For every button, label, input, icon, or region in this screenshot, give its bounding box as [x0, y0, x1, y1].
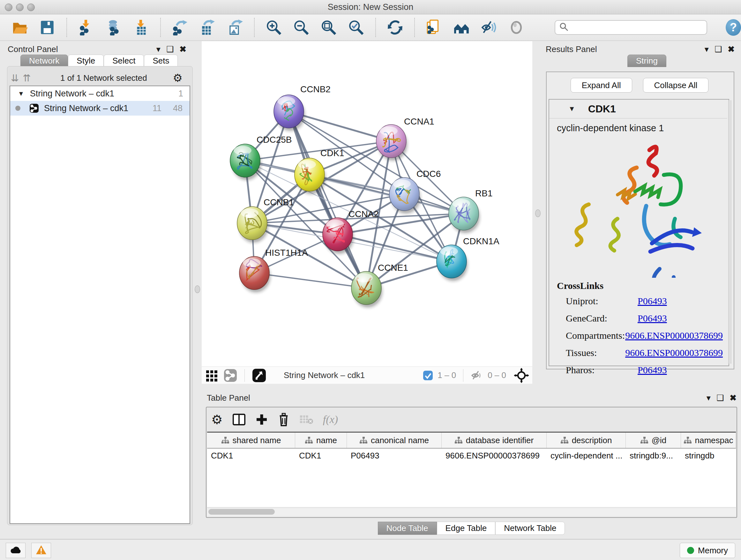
delete-column-icon[interactable] — [278, 413, 290, 426]
selected-checkbox-icon[interactable] — [423, 370, 433, 381]
table-cell[interactable]: CDK1 — [295, 449, 347, 462]
left-splitter-handle[interactable] — [195, 286, 200, 293]
expand-all-button[interactable]: Expand All — [570, 78, 632, 92]
network-node-HIST1H1A[interactable] — [239, 256, 270, 293]
table-options-icon[interactable]: ⚙ — [211, 412, 223, 427]
open-session-icon[interactable] — [11, 19, 28, 36]
network-node-CCNE1[interactable] — [351, 271, 382, 307]
network-node-CCNB1[interactable] — [237, 206, 268, 243]
control-panel-tab[interactable]: Select — [104, 55, 144, 67]
birds-eye-view-icon[interactable] — [252, 368, 266, 383]
search-input[interactable] — [571, 23, 706, 33]
network-node-CDC6[interactable] — [389, 178, 420, 213]
memory-button[interactable]: Memory — [680, 543, 735, 558]
table-tab[interactable]: Node Table — [378, 522, 437, 535]
table-tab[interactable]: Edge Table — [437, 522, 495, 535]
expand-all-networks-icon[interactable]: ⇈ — [23, 72, 30, 84]
search-box[interactable] — [555, 20, 707, 35]
results-scrollbar[interactable] — [728, 100, 732, 364]
crosslink-link[interactable]: P06493 — [637, 313, 667, 324]
entry-collapse-icon[interactable]: ▼ — [568, 105, 576, 113]
hidden-eye-slash-icon[interactable] — [470, 369, 483, 382]
column-header-name[interactable]: name — [295, 433, 347, 448]
home-icon[interactable] — [453, 19, 470, 36]
import-table-icon[interactable] — [133, 19, 149, 36]
crosslink-link[interactable]: P06493 — [637, 296, 667, 307]
cloud-status-button[interactable] — [6, 543, 25, 558]
export-image-icon[interactable] — [226, 19, 243, 36]
zoom-fit-icon[interactable] — [320, 19, 337, 36]
table-panel-menu-icon[interactable]: ▾ — [706, 394, 711, 402]
control-panel-menu-icon[interactable]: ▾ — [156, 45, 160, 53]
table-horizontal-scrollbar[interactable] — [207, 508, 736, 516]
table-cell[interactable]: stringdb:9... — [626, 449, 681, 462]
protein-structure-image — [557, 137, 717, 278]
network-node-CCNB2[interactable] — [274, 95, 305, 131]
export-table-icon[interactable] — [199, 19, 216, 36]
zoom-out-icon[interactable] — [293, 19, 310, 36]
help-icon[interactable]: ? — [726, 19, 741, 36]
table-cell[interactable]: cyclin-dependent ... — [547, 449, 626, 462]
results-panel-close-icon[interactable]: ✖ — [728, 45, 735, 53]
string-view-icon[interactable] — [223, 368, 238, 382]
zoom-in-icon[interactable] — [266, 19, 282, 36]
column-header--id[interactable]: @id — [626, 433, 681, 448]
hide-unhide-icon[interactable] — [481, 19, 497, 36]
copy-network-document-icon[interactable] — [426, 19, 442, 36]
zoom-selected-icon[interactable] — [348, 19, 364, 36]
collapse-all-networks-icon[interactable]: ⇊ — [11, 72, 19, 84]
network-node-CCNA2[interactable] — [323, 218, 354, 254]
control-panel-float-icon[interactable]: ❑ — [166, 45, 174, 53]
crosslink-link[interactable]: 9606.ENSP00000378699 — [625, 348, 723, 358]
create-column-icon[interactable] — [255, 413, 268, 426]
table-cell[interactable]: CDK1 — [207, 449, 295, 462]
save-session-icon[interactable] — [39, 19, 56, 36]
import-network-from-database-icon[interactable] — [105, 19, 122, 36]
crosslink-link[interactable]: 9606.ENSP00000378699 — [625, 330, 723, 341]
export-network-icon[interactable] — [172, 19, 188, 36]
table-panel-float-icon[interactable]: ❑ — [717, 394, 724, 402]
network-node-CDK1[interactable] — [294, 158, 326, 194]
network-node-CDC25B[interactable] — [230, 144, 261, 180]
crosslink-link[interactable]: P06493 — [637, 365, 667, 375]
results-panel-float-icon[interactable]: ❑ — [715, 45, 722, 53]
network-panel-options-icon[interactable]: ⚙ — [173, 71, 183, 84]
column-header-namespac[interactable]: namespac — [681, 433, 736, 448]
table-cell[interactable]: stringdb — [681, 449, 736, 462]
grid-view-icon[interactable] — [205, 368, 219, 382]
warnings-button[interactable] — [31, 543, 51, 558]
edge-CCNB2-CCNE1[interactable] — [289, 111, 366, 288]
network-node-CDKN1A[interactable] — [436, 245, 468, 281]
table-cell[interactable]: 9606.ENSP00000378699 — [442, 449, 547, 462]
tab-string[interactable]: String — [627, 55, 666, 67]
string-entry-header[interactable]: ▼ CDK1 — [549, 100, 727, 118]
collection-expand-icon[interactable]: ▼ — [18, 90, 24, 98]
import-network-icon[interactable] — [78, 19, 94, 36]
table-scrollbar-thumb[interactable] — [208, 509, 275, 515]
collapse-all-button[interactable]: Collapse All — [643, 78, 709, 92]
control-panel-tab[interactable]: Style — [68, 55, 104, 67]
show-columns-icon[interactable] — [232, 413, 246, 426]
control-panel-tab[interactable]: Sets — [144, 55, 178, 67]
network-node-CCNA1[interactable] — [376, 125, 407, 161]
table-cell[interactable]: P06493 — [347, 449, 442, 462]
network-row-selected[interactable]: String Network – cdk1 11 48 — [10, 101, 190, 116]
pan-crosshair-icon[interactable] — [514, 368, 529, 383]
network-node-RB1[interactable] — [449, 197, 480, 233]
column-header-description[interactable]: description — [547, 433, 626, 448]
eye-icon[interactable] — [508, 19, 525, 36]
control-panel-tab[interactable]: Network — [20, 55, 68, 67]
edge-HIST1H1A-CCNE1[interactable] — [254, 273, 366, 288]
table-panel-close-icon[interactable]: ✖ — [730, 394, 737, 402]
control-panel-close-icon[interactable]: ✖ — [179, 45, 186, 53]
column-header-database-identifier[interactable]: database identifier — [442, 433, 547, 448]
column-header-shared-name[interactable]: shared name — [207, 433, 295, 448]
column-header-canonical-name[interactable]: canonical name — [347, 433, 442, 448]
table-tab[interactable]: Network Table — [495, 522, 565, 535]
network-collection-row[interactable]: ▼ String Network – cdk1 1 — [10, 86, 190, 101]
results-panel-menu-icon[interactable]: ▾ — [704, 45, 709, 53]
network-canvas[interactable]: CCNB2CCNA1CDC25BCDK1CDC6RB1CCNB1CCNA2CDK… — [202, 41, 532, 367]
refresh-icon[interactable] — [387, 19, 403, 36]
right-splitter-handle[interactable] — [535, 209, 541, 217]
table-row[interactable]: CDK1CDK1P064939606.ENSP00000378699cyclin… — [207, 449, 736, 462]
